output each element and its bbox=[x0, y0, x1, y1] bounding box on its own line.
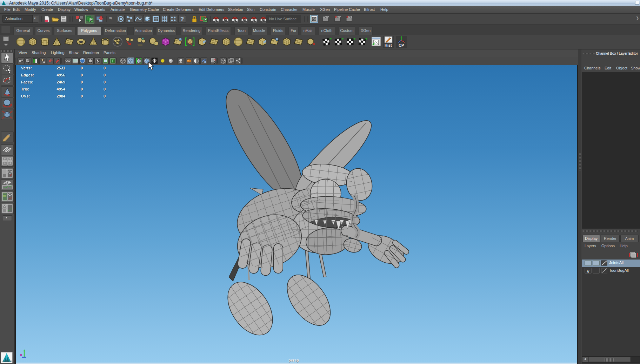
svg-text:?: ? bbox=[180, 16, 184, 22]
svg-text:T: T bbox=[112, 59, 114, 63]
